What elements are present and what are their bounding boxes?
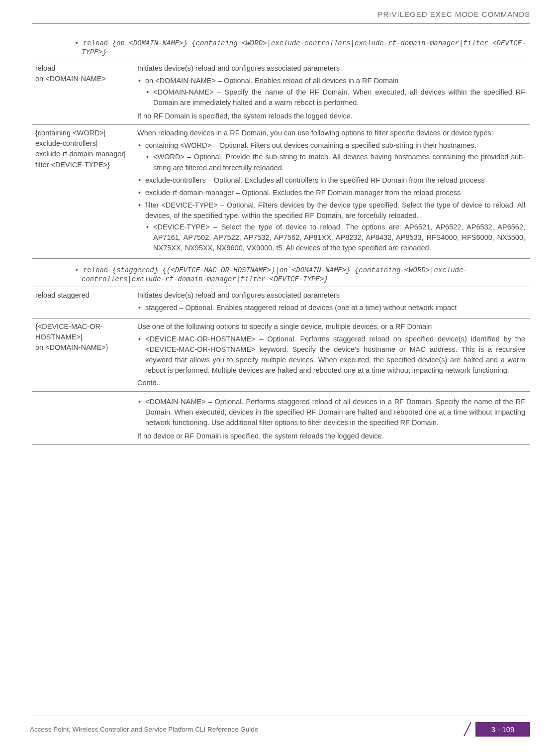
syntax-prefix: • reload — [75, 266, 112, 274]
param-name-cell: {containing <WORD>| exclude-controllers|… — [32, 125, 134, 258]
svg-line-0 — [464, 722, 471, 736]
param-desc-cell: Use one of the following options to spec… — [134, 319, 530, 392]
list-item: <DOMAIN-NAME> – Specify the name of the … — [145, 87, 525, 108]
bullet-list: staggered – Optional. Enables staggered … — [137, 303, 525, 313]
param-name-cell: reload on <DOMAIN-NAME> — [32, 60, 134, 125]
list-item: filter <DEVICE-TYPE> – Optional. Filters… — [137, 200, 525, 253]
parameter-table-1: reload on <DOMAIN-NAME> Initiates device… — [32, 60, 530, 258]
slash-icon — [461, 721, 474, 737]
syntax-prefix: • reload — [75, 39, 112, 47]
param-intro: Initiates device(s) reload and configure… — [137, 290, 525, 301]
param-desc-cell: Initiates device(s) reload and configure… — [134, 287, 530, 319]
syntax-line-2: • reload {staggered} {(<DEVICE-MAC-OR-HO… — [75, 266, 530, 284]
bullet-list: <DOMAIN-NAME> – Optional. Performs stagg… — [137, 397, 525, 428]
parameter-table-2: reload staggered Initiates device(s) rel… — [32, 287, 530, 445]
table-row: {<DEVICE-MAC-OR-HOSTNAME>| on <DOMAIN-NA… — [32, 319, 530, 392]
param-desc-cell: When reloading devices in a RF Domain, y… — [134, 125, 530, 258]
page-footer: Access Point, Wireless Controller and Se… — [0, 716, 560, 737]
list-item: exclude-controllers – Optional. Excludes… — [137, 175, 525, 186]
bullet-list: on <DOMAIN-NAME> – Optional. Enables rel… — [137, 76, 525, 108]
table-row: <DOMAIN-NAME> – Optional. Performs stagg… — [32, 392, 530, 445]
list-item: exclude-rf-domain-manager – Optional. Ex… — [137, 188, 525, 198]
bullet-list: containing <WORD> – Optional. Filters ou… — [137, 140, 525, 253]
footer-divider — [30, 716, 530, 716]
param-name-cell: reload staggered — [32, 287, 134, 319]
param-note: If no device or RF Domain is specified, … — [137, 431, 525, 441]
syntax-args: {staggered} {(<DEVICE-MAC-OR-HOSTNAME>)|… — [82, 266, 467, 283]
table-row: {containing <WORD>| exclude-controllers|… — [32, 125, 530, 258]
list-item: <DOMAIN-NAME> – Optional. Performs stagg… — [137, 397, 525, 428]
param-note: If no RF Domain is specified, the system… — [137, 111, 525, 121]
table-row: reload staggered Initiates device(s) rel… — [32, 287, 530, 319]
footer-doc-title: Access Point, Wireless Controller and Se… — [30, 726, 258, 733]
param-desc-cell: <DOMAIN-NAME> – Optional. Performs stagg… — [134, 392, 530, 445]
list-item: <DEVICE-MAC-OR-HOSTNAME> – Optional. Per… — [137, 334, 525, 376]
list-item: containing <WORD> – Optional. Filters ou… — [137, 140, 525, 173]
param-name-cell — [32, 392, 134, 445]
footer-row: Access Point, Wireless Controller and Se… — [30, 721, 530, 737]
page-number-badge: 3 - 109 — [475, 722, 530, 737]
param-intro: Use one of the following options to spec… — [137, 322, 525, 332]
syntax-args: {on <DOMAIN-NAME>} {containing <WORD>|ex… — [82, 39, 526, 56]
sub-list: <DEVICE-TYPE> – Select the type of devic… — [145, 222, 525, 253]
list-text: on <DOMAIN-NAME> – Optional. Enables rel… — [145, 77, 398, 85]
syntax-line-1: • reload {on <DOMAIN-NAME>} {containing … — [75, 39, 530, 57]
list-item: <WORD> – Optional. Provide the sub-strin… — [145, 152, 525, 173]
sub-list: <WORD> – Optional. Provide the sub-strin… — [145, 152, 525, 173]
param-intro: When reloading devices in a RF Domain, y… — [137, 128, 525, 138]
list-item: staggered – Optional. Enables staggered … — [137, 303, 525, 313]
param-name-cell: {<DEVICE-MAC-OR-HOSTNAME>| on <DOMAIN-NA… — [32, 319, 134, 392]
bullet-list: <DEVICE-MAC-OR-HOSTNAME> – Optional. Per… — [137, 334, 525, 376]
list-text: containing <WORD> – Optional. Filters ou… — [145, 141, 476, 149]
list-text: filter <DEVICE-TYPE> – Optional. Filters… — [145, 201, 525, 219]
list-item: <DEVICE-TYPE> – Select the type of devic… — [145, 222, 525, 253]
page-header-title: PRIVILEGED EXEC MODE COMMANDS — [32, 10, 530, 18]
table-row: reload on <DOMAIN-NAME> Initiates device… — [32, 60, 530, 125]
header-divider — [32, 23, 530, 24]
param-intro: Initiates device(s) reload and configure… — [137, 63, 525, 74]
sub-list: <DOMAIN-NAME> – Specify the name of the … — [145, 87, 525, 108]
continued-label: Contd.. — [137, 378, 525, 388]
list-item: on <DOMAIN-NAME> – Optional. Enables rel… — [137, 76, 525, 108]
param-desc-cell: Initiates device(s) reload and configure… — [134, 60, 530, 125]
